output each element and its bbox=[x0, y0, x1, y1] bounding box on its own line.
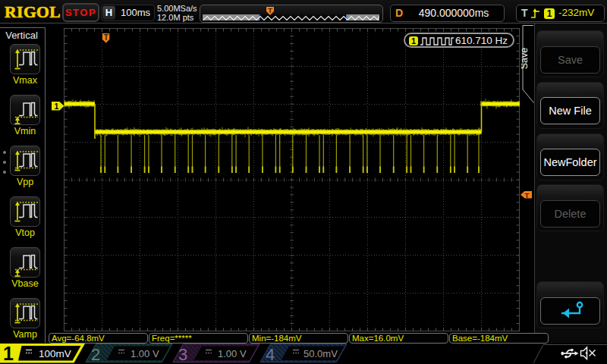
svg-text:100mV: 100mV bbox=[39, 348, 71, 359]
svg-text:4: 4 bbox=[266, 345, 275, 364]
svg-text:1.00 V: 1.00 V bbox=[218, 348, 247, 359]
svg-text:50.0mV: 50.0mV bbox=[304, 348, 338, 359]
svg-text:2: 2 bbox=[91, 345, 100, 364]
svg-text:1: 1 bbox=[3, 343, 14, 364]
svg-text:T: T bbox=[104, 33, 109, 42]
svg-text:1: 1 bbox=[55, 102, 59, 111]
svg-text:Save: Save bbox=[521, 48, 530, 70]
svg-text:1.00 V: 1.00 V bbox=[131, 348, 159, 359]
svg-text:T: T bbox=[525, 191, 530, 199]
svg-text:3: 3 bbox=[178, 345, 187, 364]
